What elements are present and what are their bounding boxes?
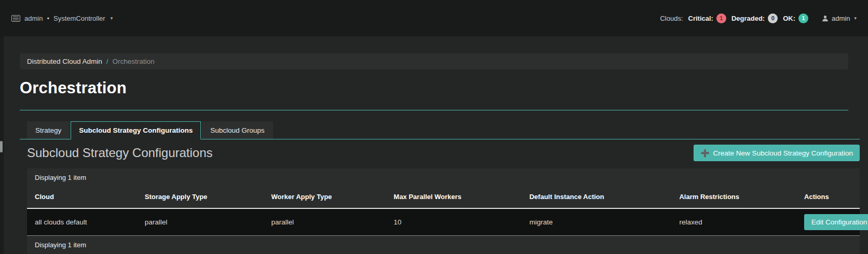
- tab-content: Subcloud Strategy Configurations ➕ Creat…: [27, 145, 860, 254]
- configurations-table: Cloud Storage Apply Type Worker Apply Ty…: [27, 187, 860, 236]
- status-ok-badge: 1: [798, 13, 808, 23]
- plus-icon: ➕: [700, 149, 709, 157]
- column-header-alarm-restrictions: Alarm Restrictions: [671, 187, 796, 208]
- table-count-top: Displaying 1 item: [27, 168, 860, 187]
- breadcrumb-current: Orchestration: [113, 58, 155, 65]
- table-header-row: Cloud Storage Apply Type Worker Apply Ty…: [27, 187, 860, 208]
- user-menu[interactable]: admin ▾: [822, 15, 857, 22]
- context-switcher[interactable]: admin • SystemController ▾: [11, 15, 113, 22]
- status-degraded-label: Degraded:: [731, 15, 765, 22]
- top-navbar: admin • SystemController ▾ Clouds: Criti…: [0, 0, 868, 36]
- cell-actions: Edit Configuration: [796, 208, 860, 236]
- column-header-max-parallel-workers: Max Parallel Workers: [386, 187, 521, 208]
- project-region-separator: •: [47, 15, 49, 22]
- cell-max-parallel-workers: 10: [386, 208, 521, 236]
- status-critical: Critical: 1: [688, 13, 726, 23]
- column-header-actions: Actions: [796, 187, 860, 208]
- cell-alarm-restrictions: relaxed: [671, 208, 796, 236]
- create-button-label: Create New Subcloud Strategy Configurati…: [713, 149, 853, 157]
- project-list-icon: [11, 15, 20, 22]
- configurations-table-panel: Displaying 1 item Cloud Storage Apply Ty…: [27, 168, 860, 254]
- status-critical-badge: 1: [716, 13, 726, 23]
- user-name: admin: [832, 15, 850, 22]
- column-header-worker-apply-type: Worker Apply Type: [264, 187, 386, 208]
- status-ok: OK: 1: [783, 13, 808, 23]
- cell-worker-apply-type: parallel: [264, 208, 386, 236]
- section-header: Subcloud Strategy Configurations ➕ Creat…: [27, 145, 860, 161]
- breadcrumb-separator: /: [106, 58, 108, 65]
- create-subcloud-strategy-configuration-button[interactable]: ➕ Create New Subcloud Strategy Configura…: [694, 145, 860, 161]
- breadcrumb: Distributed Cloud Admin / Orchestration: [20, 53, 848, 69]
- cell-storage-apply-type: parallel: [137, 208, 264, 236]
- cell-default-instance-action: migrate: [522, 208, 672, 236]
- table-row: all clouds default parallel parallel 10 …: [27, 208, 860, 236]
- clouds-status-summary: Clouds: Critical: 1 Degraded: 0 OK: 1: [660, 13, 808, 23]
- page-content: Distributed Cloud Admin / Orchestration …: [0, 53, 868, 254]
- column-header-storage-apply-type: Storage Apply Type: [137, 187, 264, 208]
- tab-subcloud-strategy-configurations[interactable]: Subcloud Strategy Configurations: [71, 121, 201, 139]
- navbar-right: Clouds: Critical: 1 Degraded: 0 OK: 1 ad…: [660, 13, 857, 23]
- caret-down-icon: ▾: [854, 16, 857, 21]
- project-name: admin: [24, 15, 43, 22]
- edit-configuration-button[interactable]: Edit Configuration: [804, 214, 868, 230]
- column-header-cloud: Cloud: [27, 187, 137, 208]
- title-divider: [20, 110, 848, 110]
- tab-strategy[interactable]: Strategy: [27, 121, 70, 139]
- status-ok-label: OK:: [783, 15, 795, 22]
- clouds-label: Clouds:: [660, 15, 683, 22]
- region-name: SystemController: [53, 15, 105, 22]
- user-icon: [822, 15, 829, 22]
- status-degraded: Degraded: 0: [731, 13, 778, 23]
- cell-cloud: all clouds default: [27, 208, 137, 236]
- tab-subcloud-groups[interactable]: Subcloud Groups: [202, 121, 273, 139]
- section-title: Subcloud Strategy Configurations: [27, 146, 213, 160]
- status-critical-label: Critical:: [688, 15, 713, 22]
- tab-bar: Strategy Subcloud Strategy Configuration…: [20, 121, 860, 139]
- status-degraded-badge: 0: [768, 13, 778, 23]
- column-header-default-instance-action: Default Instance Action: [522, 187, 672, 208]
- caret-down-icon: ▾: [111, 16, 113, 21]
- table-count-bottom: Displaying 1 item: [27, 236, 860, 254]
- breadcrumb-link-distributed-cloud-admin[interactable]: Distributed Cloud Admin: [27, 58, 102, 65]
- page-title: Orchestration: [20, 79, 848, 97]
